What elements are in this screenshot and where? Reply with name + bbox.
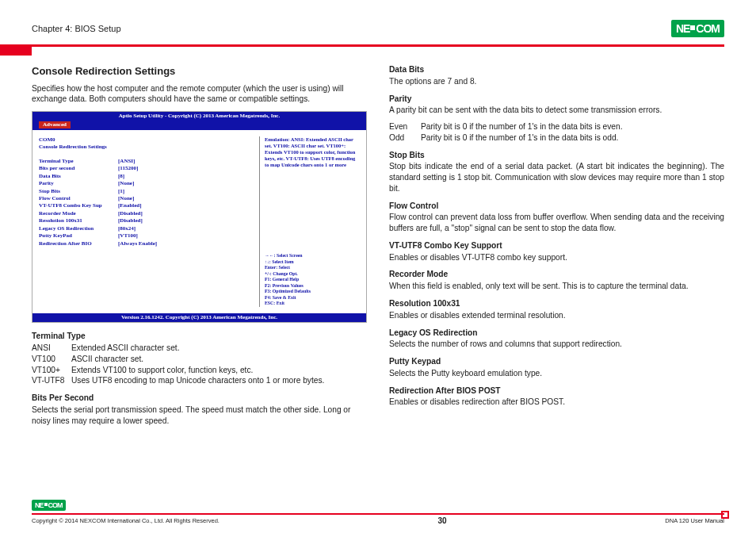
copyright: Copyright © 2014 NEXCOM International Co… [32, 517, 220, 524]
bios-row-value: [Enabled] [118, 202, 142, 209]
bios-row-value: [ANSI] [118, 158, 135, 165]
bios-section: COM0 [39, 136, 254, 144]
chapter-label: Chapter 4: BIOS Setup [32, 24, 121, 33]
text-vt-utf8: Enables or disables VT-UTF8 combo key su… [389, 252, 724, 263]
bios-row-label: Redirection After BIO [39, 240, 118, 247]
bios-row-value: [1] [118, 188, 124, 195]
bios-row-value: [Always Enable] [118, 240, 157, 247]
page-title: Console Redirection Settings [32, 64, 367, 79]
logo-top: NECOM [671, 20, 724, 37]
text-data-bits: The options are 7 and 8. [389, 76, 724, 87]
tt-val: Uses UTF8 encoding to map Unicode charac… [71, 375, 324, 386]
bios-row-value: [80x24] [118, 225, 136, 232]
parity-key: Odd [389, 132, 421, 144]
parity-key: Even [389, 121, 421, 132]
heading-parity: Parity [389, 94, 724, 105]
heading-terminal-type: Terminal Type [32, 331, 367, 342]
bios-row-label: Flow Control [39, 195, 118, 202]
heading-putty-keypad: Putty Keypad [389, 356, 724, 367]
heading-flow-control: Flow Control [389, 201, 724, 212]
bios-row-value: [8] [118, 173, 124, 180]
bios-help-text: Emulation: ANSI: Extended ASCII char set… [265, 136, 360, 169]
text-legacy-os: Selects the number of rows and columns t… [389, 339, 724, 350]
bios-section: Console Redirection Settings [39, 144, 254, 151]
tt-val: Extends VT100 to support color, function… [71, 365, 253, 376]
intro-text: Specifies how the host computer and the … [32, 83, 367, 105]
parity-val: Parity bit is 0 if the number of 1's in … [421, 132, 618, 144]
heading-recorder-mode: Recorder Mode [389, 269, 724, 280]
bios-row-value: [VT100] [118, 232, 138, 240]
tt-key: VT100+ [32, 365, 71, 376]
text-putty-keypad: Selects the Putty keyboard emulation typ… [389, 368, 724, 379]
heading-bits-per-second: Bits Per Second [32, 393, 367, 404]
bios-screenshot: Aptio Setup Utility - Copyright (C) 2013… [32, 111, 367, 323]
text-parity: A parity bit can be sent with the data b… [389, 105, 724, 116]
heading-resolution: Resolution 100x31 [389, 298, 724, 309]
bios-tab-advanced: Advanced [39, 121, 71, 128]
doc-title: DNA 120 User Manual [665, 517, 724, 524]
bios-row-label: Terminal Type [39, 158, 118, 165]
bios-row-value: [115200] [118, 165, 138, 172]
left-column: Console Redirection Settings Specifies h… [32, 64, 367, 432]
bios-row-label: Bits per second [39, 165, 118, 172]
bios-row-value: [None] [118, 195, 134, 202]
text-redirection-after-bios: Enables or disables redirection after BI… [389, 397, 724, 408]
bios-row-label: Resolution 100x31 [39, 217, 118, 224]
tt-val: Extended ASCII character set. [71, 343, 179, 354]
bios-row-label: Putty KeyPad [39, 232, 118, 240]
logo-footer: NECOM [32, 500, 66, 511]
bios-row-label: VT-UTF8 Combo Key Sup [39, 202, 118, 209]
heading-legacy-os: Legacy OS Redirection [389, 328, 724, 339]
heading-stop-bits: Stop Bits [389, 150, 724, 161]
bios-row-label: Legacy OS Redirection [39, 225, 118, 232]
parity-val: Parity bit is 0 if the number of 1's in … [421, 121, 623, 132]
tt-key: VT100 [32, 354, 71, 365]
bios-row-label: Stop Bits [39, 188, 118, 195]
text-recorder-mode: When this field is enabled, only text wi… [389, 281, 724, 292]
text-bits-per-second: Selects the serial port transmission spe… [32, 405, 367, 427]
bios-row-value: [Disabled] [118, 217, 143, 224]
bios-row-label: Parity [39, 180, 118, 187]
right-column: Data Bits The options are 7 and 8. Parit… [389, 64, 724, 432]
text-flow-control: Flow control can prevent data loss from … [389, 212, 724, 234]
bios-key-hints: →←: Select Screen↑↓: Select ItemEnter: S… [265, 253, 360, 307]
tt-key: ANSI [32, 343, 71, 354]
bios-row-value: [Disabled] [118, 210, 143, 217]
bios-version: Version 2.16.1242. Copyright (C) 2013 Am… [32, 313, 366, 322]
heading-data-bits: Data Bits [389, 64, 724, 75]
heading-redirection-after-bios: Redirection After BIOS POST [389, 385, 724, 397]
bios-row-label: Recorder Mode [39, 210, 118, 217]
page-number: 30 [438, 516, 447, 525]
bios-row-label: Data Bits [39, 173, 118, 180]
bios-title: Aptio Setup Utility - Copyright (C) 2013… [32, 112, 366, 121]
heading-vt-utf8: VT-UTF8 Combo Key Support [389, 240, 724, 251]
tt-val: ASCII character set. [71, 354, 143, 365]
bios-row-value: [None] [118, 180, 134, 187]
text-resolution: Enables or disables extended terminal re… [389, 310, 724, 321]
tt-key: VT-UTF8 [32, 375, 71, 386]
text-stop-bits: Stop bits indicate the end of a serial d… [389, 161, 724, 194]
